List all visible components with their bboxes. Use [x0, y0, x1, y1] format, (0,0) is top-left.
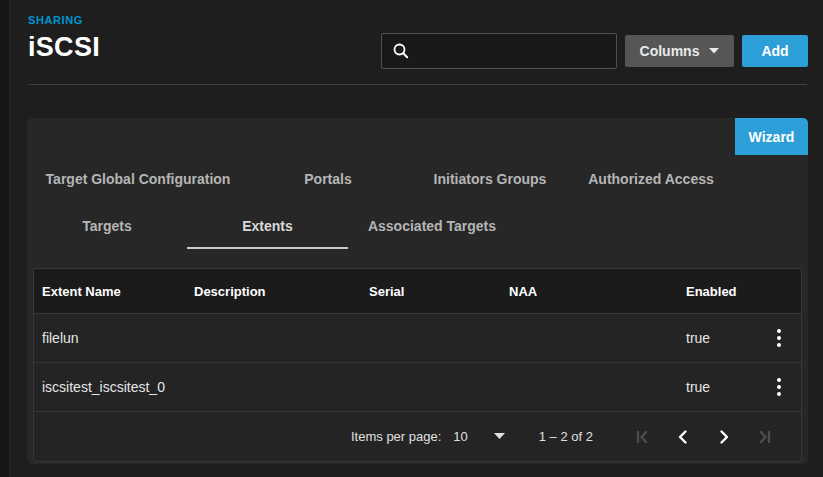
cell-extent-name: iscsitest_iscsitest_0 — [34, 379, 186, 395]
tab-row-1: Target Global Configuration Portals Init… — [27, 155, 808, 203]
cell-enabled: true — [678, 379, 757, 395]
tab-extents[interactable]: Extents — [187, 203, 348, 249]
table-row: iscsitest_iscsitest_0 true — [34, 363, 801, 412]
search-box[interactable] — [381, 33, 617, 69]
page-range-label: 1 – 2 of 2 — [539, 429, 593, 444]
cell-enabled: true — [678, 330, 757, 346]
iscsi-card: Wizard Target Global Configuration Porta… — [27, 118, 808, 464]
row-actions-kebab-icon[interactable] — [768, 324, 790, 352]
paginator: Items per page: 10 1 – 2 of 2 — [34, 412, 801, 461]
tab-targets[interactable]: Targets — [27, 203, 187, 249]
add-button[interactable]: Add — [742, 35, 808, 67]
items-per-page-label: Items per page: — [351, 429, 441, 444]
tab-bar: Target Global Configuration Portals Init… — [27, 118, 808, 249]
collapsed-sidebar-strip — [0, 0, 10, 477]
breadcrumb: SHARING — [28, 14, 100, 26]
table-header-row: Extent Name Description Serial NAA Enabl… — [34, 269, 801, 314]
page-header: SHARING iSCSI — [28, 14, 100, 63]
tab-row-2: Targets Extents Associated Targets — [27, 203, 808, 249]
tab-initiators-groups[interactable]: Initiators Groups — [407, 155, 573, 203]
extents-table: Extent Name Description Serial NAA Enabl… — [33, 268, 802, 462]
tab-target-global-configuration[interactable]: Target Global Configuration — [27, 155, 249, 203]
last-page-icon[interactable] — [744, 417, 785, 457]
previous-page-icon[interactable] — [662, 417, 703, 457]
columns-button[interactable]: Columns — [625, 35, 734, 67]
tab-authorized-access[interactable]: Authorized Access — [573, 155, 729, 203]
table-row: filelun true — [34, 314, 801, 363]
search-input[interactable] — [418, 43, 606, 59]
chevron-down-icon — [709, 48, 719, 54]
column-header-description: Description — [186, 284, 361, 299]
tab-associated-targets[interactable]: Associated Targets — [348, 203, 516, 249]
header-divider — [28, 84, 807, 85]
column-header-extent-name: Extent Name — [34, 284, 186, 299]
chevron-down-icon — [494, 433, 505, 440]
search-icon — [392, 42, 410, 60]
columns-button-label: Columns — [640, 43, 700, 59]
page-size-value: 10 — [453, 429, 467, 444]
wizard-button[interactable]: Wizard — [735, 118, 808, 155]
cell-extent-name: filelun — [34, 330, 186, 346]
next-page-icon[interactable] — [703, 417, 744, 457]
page-size-select[interactable]: 10 — [453, 429, 504, 444]
tab-portals[interactable]: Portals — [249, 155, 407, 203]
row-actions-kebab-icon[interactable] — [768, 373, 790, 401]
first-page-icon[interactable] — [621, 417, 662, 457]
header-controls: Columns Add — [381, 33, 808, 69]
page-title: iSCSI — [28, 32, 100, 63]
column-header-serial: Serial — [361, 284, 501, 299]
column-header-naa: NAA — [501, 284, 678, 299]
column-header-enabled: Enabled — [678, 284, 757, 299]
